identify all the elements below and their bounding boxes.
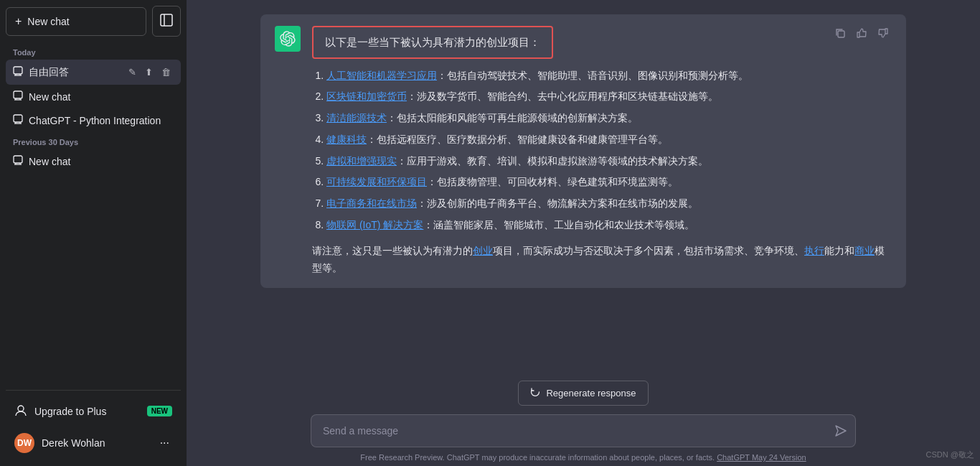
chat-icon-1: [13, 90, 23, 103]
sidebar: + New chat Today 自由回答 ✎ ⬆ 🗑: [0, 0, 187, 466]
regenerate-button[interactable]: Regenerate response: [518, 381, 648, 406]
new-badge: NEW: [147, 406, 172, 416]
sidebar-bottom: Upgrade to Plus NEW DW Derek Wohlan ···: [6, 390, 181, 460]
list-item: 健康科技：包括远程医疗、医疗数据分析、智能健康设备和健康管理平台等。: [326, 131, 892, 149]
watermark: CSDN @敬之: [926, 449, 974, 460]
svg-point-6: [18, 406, 24, 411]
previous-label: Previous 30 Days: [6, 132, 181, 149]
user-name: Derek Wohlan: [42, 437, 150, 449]
message-input[interactable]: [311, 414, 856, 447]
regenerate-label: Regenerate response: [546, 388, 636, 399]
assistant-icon: [275, 26, 301, 52]
refresh-icon: [530, 387, 540, 399]
previous-section: Previous 30 Days New chat: [6, 132, 181, 173]
assistant-message-content: 以下是一些当下被认为具有潜力的创业项目： 人工智能和机器学习应用：包括自动驾驶技…: [312, 26, 892, 276]
copy-button[interactable]: [831, 26, 849, 42]
upgrade-label: Upgrade to Plus: [34, 406, 106, 417]
chat-actions-ziyou: ✎ ⬆ 🗑: [126, 65, 174, 79]
chat-label-1: New chat: [29, 91, 174, 103]
svg-rect-3: [14, 91, 22, 98]
chat-area: 以下是一些当下被认为具有潜力的创业项目： 人工智能和机器学习应用：包括自动驾驶技…: [187, 0, 980, 372]
upgrade-icon: [14, 404, 27, 419]
send-button[interactable]: [834, 424, 847, 437]
svg-rect-4: [14, 115, 22, 122]
footer-text: Free Research Preview. ChatGPT may produ…: [360, 453, 806, 462]
message-list: 人工智能和机器学习应用：包括自动驾驶技术、智能助理、语音识别、图像识别和预测分析…: [312, 67, 892, 234]
chat-label-python: ChatGPT - Python Integration: [29, 115, 174, 126]
upgrade-to-plus-button[interactable]: Upgrade to Plus NEW: [6, 396, 181, 426]
sidebar-item-new-chat-1[interactable]: New chat: [6, 85, 181, 108]
message-header: 以下是一些当下被认为具有潜力的创业项目：: [312, 26, 553, 59]
plus-icon: +: [15, 15, 22, 28]
today-section: Today 自由回答 ✎ ⬆ 🗑 New chat ChatGPT - Pyth…: [6, 42, 181, 132]
sidebar-item-ziyou[interactable]: 自由回答 ✎ ⬆ 🗑: [6, 60, 181, 85]
sidebar-item-new-chat-2[interactable]: New chat: [6, 149, 181, 173]
list-item: 清洁能源技术：包括太阳能和风能等可再生能源领域的创新解决方案。: [326, 110, 892, 127]
thumbup-button[interactable]: [853, 26, 870, 42]
message-actions: [831, 26, 892, 42]
list-item: 虚拟和增强现实：应用于游戏、教育、培训、模拟和虚拟旅游等领域的技术解决方案。: [326, 153, 892, 170]
list-item: 人工智能和机器学习应用：包括自动驾驶技术、智能助理、语音识别、图像识别和预测分析…: [326, 67, 892, 85]
user-menu-button[interactable]: ···: [157, 435, 172, 451]
thumbdown-button[interactable]: [875, 26, 892, 42]
list-item: 区块链和加密货币：涉及数字货币、智能合约、去中心化应用程序和区块链基础设施等。: [326, 88, 892, 106]
today-label: Today: [6, 42, 181, 60]
chat-icon-ziyou: [13, 66, 23, 78]
toggle-sidebar-button[interactable]: [152, 6, 181, 37]
sidebar-item-chatgpt-python[interactable]: ChatGPT - Python Integration: [6, 108, 181, 132]
avatar: DW: [14, 433, 34, 453]
svg-rect-7: [838, 31, 844, 37]
input-area: [311, 414, 856, 447]
footer-link[interactable]: ChatGPT May 24 Version: [717, 453, 806, 462]
main-area: 以下是一些当下被认为具有潜力的创业项目： 人工智能和机器学习应用：包括自动驾驶技…: [187, 0, 980, 466]
list-item: 电子商务和在线市场：涉及创新的电子商务平台、物流解决方案和在线市场的发展。: [326, 195, 892, 213]
chat-bottom: Regenerate response Free Research Previe…: [187, 372, 980, 466]
svg-rect-0: [161, 14, 172, 26]
edit-button-ziyou[interactable]: ✎: [126, 65, 139, 79]
toggle-icon: [160, 14, 173, 29]
message-note: 请注意，这只是一些被认为有潜力的创业项目，而实际成功与否还取决于多个因素，包括市…: [312, 243, 892, 277]
list-item: 可持续发展和环保项目：包括废物管理、可回收材料、绿色建筑和环境监测等。: [326, 174, 892, 191]
chat-label-ziyou: 自由回答: [29, 66, 120, 79]
chat-label-2: New chat: [29, 156, 174, 167]
new-chat-button[interactable]: + New chat: [6, 7, 146, 36]
assistant-message: 以下是一些当下被认为具有潜力的创业项目： 人工智能和机器学习应用：包括自动驾驶技…: [260, 14, 906, 288]
delete-button-ziyou[interactable]: 🗑: [159, 65, 174, 79]
user-row[interactable]: DW Derek Wohlan ···: [6, 426, 181, 460]
chat-icon-2: [13, 155, 23, 167]
sidebar-header: + New chat: [6, 6, 181, 37]
share-button-ziyou[interactable]: ⬆: [142, 65, 156, 79]
chat-icon-python: [13, 114, 23, 126]
new-chat-label: New chat: [27, 16, 69, 27]
svg-rect-5: [14, 156, 22, 163]
list-item: 物联网 (IoT) 解决方案：涵盖智能家居、智能城市、工业自动化和农业技术等领域…: [326, 217, 892, 234]
svg-rect-2: [14, 67, 22, 74]
